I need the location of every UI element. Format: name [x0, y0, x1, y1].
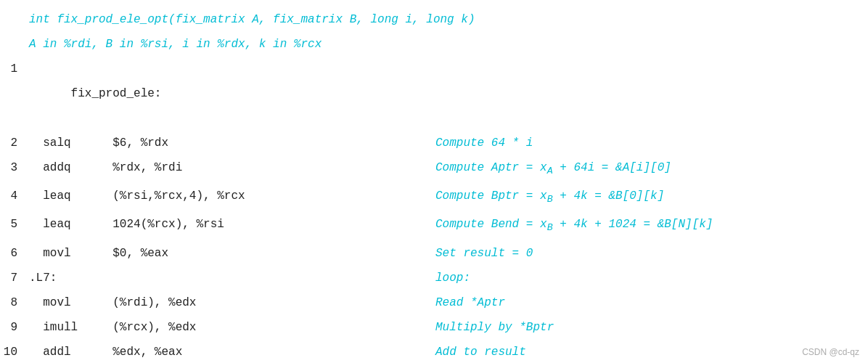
code-line-4: 4 leaq (%rsi,%rcx,4), %rcx Compute Bptr …	[0, 184, 868, 212]
code-text-6: movl $0, %eax	[29, 241, 435, 266]
code-text-1: fix_prod_ele:	[71, 87, 162, 100]
code-text-8: movl (%rdi), %edx	[29, 290, 435, 315]
header-code-2: A in %rdi, B in %rsi, i in %rdx, k in %r…	[29, 32, 868, 57]
header-line-1: int fix_prod_ele_opt(fix_matrix A, fix_m…	[0, 7, 868, 32]
code-line-7: 7 .L7: loop:	[0, 266, 868, 290]
line-code-3: addq %rdx, %rdi Compute Aptr = xA + 64i …	[29, 155, 868, 184]
code-text-4: leaq (%rsi,%rcx,4), %rcx	[29, 184, 435, 208]
comment-9: Multiply by *Bptr	[435, 315, 554, 340]
code-line-3: 3 addq %rdx, %rdi Compute Aptr = xA + 64…	[0, 155, 868, 184]
code-text-9: imull (%rcx), %edx	[29, 315, 435, 340]
line-code-5: leaq 1024(%rcx), %rsi Compute Bend = xB …	[29, 212, 868, 240]
comment-4: Compute Bptr = xB + 4k = &B[0][k]	[435, 184, 664, 212]
code-block: int fix_prod_ele_opt(fix_matrix A, fix_m…	[0, 0, 868, 363]
code-line-5: 5 leaq 1024(%rcx), %rsi Compute Bend = x…	[0, 212, 868, 240]
code-text-5: leaq 1024(%rcx), %rsi	[29, 212, 435, 237]
code-text-3: addq %rdx, %rdi	[29, 155, 435, 180]
code-line-2: 2 salq $6, %rdx Compute 64 * i	[0, 131, 868, 155]
watermark: CSDN @cd-qz	[802, 347, 859, 357]
line-code-1: fix_prod_ele:	[29, 57, 868, 131]
comment-6: Set result = 0	[435, 241, 533, 266]
code-line-9: 9 imull (%rcx), %edx Multiply by *Bptr	[0, 315, 868, 340]
line-code-4: leaq (%rsi,%rcx,4), %rcx Compute Bptr = …	[29, 184, 868, 212]
line-code-7: .L7: loop:	[29, 266, 868, 290]
line-num-8: 8	[0, 290, 29, 315]
line-num-4: 4	[0, 184, 29, 208]
line-num-3: 3	[0, 155, 29, 180]
comment-2: Compute 64 * i	[435, 131, 533, 155]
header-code-1: int fix_prod_ele_opt(fix_matrix A, fix_m…	[29, 7, 868, 32]
code-line-10: 10 addl %edx, %eax Add to result	[0, 340, 868, 363]
line-num-6: 6	[0, 241, 29, 266]
line-num-9: 9	[0, 315, 29, 340]
comment-8: Read *Aptr	[435, 290, 505, 315]
comment-7: loop:	[435, 266, 470, 290]
code-text-2: salq $6, %rdx	[29, 131, 435, 155]
line-num-1: 1	[0, 57, 29, 81]
line-code-6: movl $0, %eax Set result = 0	[29, 241, 868, 266]
line-code-2: salq $6, %rdx Compute 64 * i	[29, 131, 868, 155]
line-num-10: 10	[0, 340, 29, 363]
line-code-9: imull (%rcx), %edx Multiply by *Bptr	[29, 315, 868, 340]
comment-10: Add to result	[435, 340, 526, 363]
code-line-1: 1 fix_prod_ele:	[0, 57, 868, 131]
line-num-7: 7	[0, 266, 29, 290]
comment-3: Compute Aptr = xA + 64i = &A[i][0]	[435, 155, 671, 184]
code-text-10: addl %edx, %eax	[29, 340, 435, 363]
line-num-2: 2	[0, 131, 29, 155]
code-line-8: 8 movl (%rdi), %edx Read *Aptr	[0, 290, 868, 315]
code-text-7: .L7:	[29, 266, 435, 290]
comment-5: Compute Bend = xB + 4k + 1024 = &B[N][k]	[435, 212, 713, 240]
code-line-6: 6 movl $0, %eax Set result = 0	[0, 241, 868, 266]
line-num-5: 5	[0, 212, 29, 237]
line-code-10: addl %edx, %eax Add to result	[29, 340, 868, 363]
header-line-2: A in %rdi, B in %rsi, i in %rdx, k in %r…	[0, 32, 868, 57]
line-code-8: movl (%rdi), %edx Read *Aptr	[29, 290, 868, 315]
